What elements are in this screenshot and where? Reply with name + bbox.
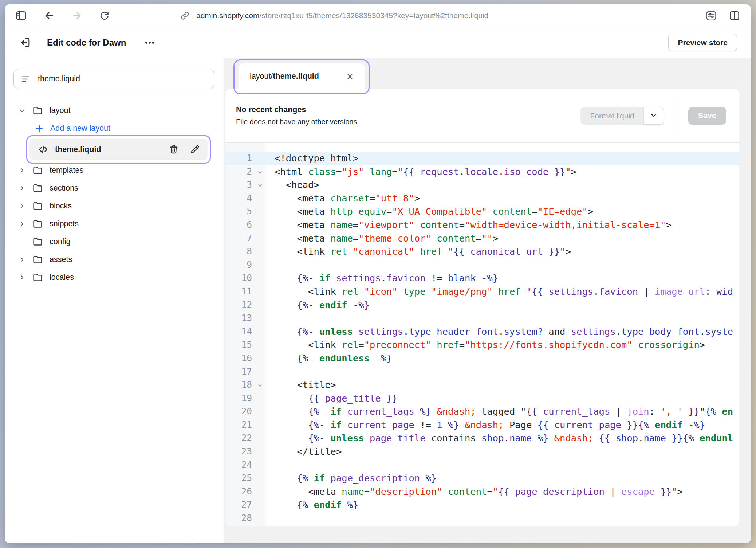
url-text: admin.shopify.com/store/rzq1xu-f5/themes… bbox=[196, 11, 488, 20]
code-line: 16 {%- endunless -%} bbox=[225, 352, 739, 365]
line-number: 26 bbox=[225, 485, 265, 498]
status-title: No recent changes bbox=[236, 105, 357, 114]
code-line-content[interactable]: <title> bbox=[265, 378, 739, 392]
code-line: 20 {%- if current_tags %} &ndash; tagged… bbox=[225, 405, 739, 418]
folder-icon bbox=[32, 272, 43, 283]
sidebar-item-templates[interactable]: templates bbox=[13, 161, 217, 179]
code-line-content[interactable]: <head> bbox=[265, 178, 739, 192]
code-line-content[interactable]: </title> bbox=[265, 445, 739, 458]
chevron-right-icon[interactable] bbox=[18, 184, 26, 192]
code-line-content[interactable]: {%- unless settings.type_header_font.sys… bbox=[265, 325, 739, 338]
sidebar-item-layout[interactable]: layout bbox=[13, 102, 217, 120]
chevron-down-icon[interactable] bbox=[18, 107, 26, 114]
reload-icon[interactable] bbox=[99, 10, 110, 21]
fold-chevron-icon[interactable] bbox=[257, 183, 263, 188]
line-number: 28 bbox=[225, 512, 265, 525]
chevron-right-icon[interactable] bbox=[18, 167, 26, 174]
code-line-content[interactable]: {%- if current_page != 1 %} &ndash; Page… bbox=[265, 418, 739, 432]
address-bar[interactable]: admin.shopify.com/store/rzq1xu-f5/themes… bbox=[180, 10, 698, 21]
format-liquid-button[interactable]: Format liquid bbox=[580, 107, 643, 125]
code-line-content[interactable] bbox=[265, 258, 739, 272]
more-actions-icon[interactable] bbox=[143, 36, 156, 49]
code-line-content[interactable]: <meta name="description" content="{{ pag… bbox=[265, 485, 739, 498]
line-number: 21 bbox=[225, 418, 265, 432]
code-line-content[interactable]: {%- if settings.favicon != blank -%} bbox=[265, 271, 739, 285]
preview-store-button[interactable]: Preview store bbox=[668, 34, 737, 51]
fold-chevron-icon[interactable] bbox=[257, 383, 263, 388]
code-line-content[interactable]: <meta name="theme-color" content=""> bbox=[265, 232, 739, 245]
chevron-right-icon[interactable] bbox=[18, 274, 26, 281]
code-line-content[interactable]: {%- unless page_title contains shop.name… bbox=[265, 431, 739, 445]
folder-icon bbox=[32, 200, 43, 212]
code-line-content[interactable]: <meta http-equiv="X-UA-Compatible" conte… bbox=[265, 205, 739, 218]
pencil-icon[interactable] bbox=[189, 144, 200, 155]
code-line-content[interactable] bbox=[265, 365, 739, 379]
line-number: 16 bbox=[225, 352, 265, 365]
sidebar-toggle-icon[interactable] bbox=[15, 9, 27, 22]
code-line: 8 <link rel="canonical" href="{{ canonic… bbox=[225, 245, 739, 258]
code-line-content[interactable]: <link rel="icon" type="image/png" href="… bbox=[265, 285, 739, 298]
file-search[interactable] bbox=[13, 68, 214, 89]
editor-card: No recent changes File does not have any… bbox=[225, 89, 739, 526]
folder-icon bbox=[32, 105, 43, 116]
folder-icon bbox=[32, 218, 43, 230]
sidebar-item-assets[interactable]: assets bbox=[13, 251, 217, 269]
code-line-content[interactable] bbox=[265, 458, 739, 472]
sidebar-item-snippets[interactable]: snippets bbox=[13, 215, 217, 233]
chevron-right-icon[interactable] bbox=[18, 220, 26, 228]
code-line-content[interactable]: <meta name="viewport" content="width=dev… bbox=[265, 218, 739, 232]
code-line-content[interactable] bbox=[265, 512, 739, 525]
code-line-content[interactable]: {% if page_description %} bbox=[265, 471, 739, 485]
code-line-content[interactable]: {% render 'meta-tags' %} bbox=[265, 525, 739, 526]
line-number: 29 bbox=[225, 525, 265, 526]
code-line-content[interactable]: {% endif %} bbox=[265, 498, 739, 512]
sidebar-item-blocks[interactable]: blocks bbox=[13, 197, 217, 215]
sidebar-item-theme-liquid[interactable]: theme.liquid bbox=[29, 139, 208, 160]
chevron-right-icon[interactable] bbox=[18, 202, 26, 210]
code-line: 25 {% if page_description %} bbox=[225, 471, 739, 485]
code-line: 15 <link rel="preconnect" href="https://… bbox=[225, 338, 739, 352]
forward-icon[interactable] bbox=[71, 10, 83, 21]
code-line-content[interactable]: {%- endunless -%} bbox=[265, 352, 739, 365]
tab-theme-liquid[interactable]: layout/theme.liquid bbox=[239, 63, 365, 90]
browser-toolbar: admin.shopify.com/store/rzq1xu-f5/themes… bbox=[5, 4, 751, 27]
code-line-content[interactable]: <!doctype html> bbox=[265, 152, 739, 165]
fold-chevron-icon[interactable] bbox=[257, 169, 263, 175]
sidebar-item-config[interactable]: config bbox=[13, 233, 217, 251]
sidebar-item-locales[interactable]: locales bbox=[13, 269, 217, 286]
folder-icon bbox=[32, 236, 43, 247]
code-line-content[interactable]: <link rel="preconnect" href="https://fon… bbox=[265, 338, 739, 352]
exit-editor-icon[interactable] bbox=[19, 36, 32, 49]
trash-icon[interactable] bbox=[168, 144, 179, 155]
code-line-content[interactable]: <html class="js" lang="{{ request.locale… bbox=[265, 165, 739, 179]
code-line-content[interactable]: {{ page_title }} bbox=[265, 392, 739, 405]
code-line-content[interactable] bbox=[265, 312, 739, 325]
line-number: 24 bbox=[225, 458, 265, 472]
split-view-icon[interactable] bbox=[728, 9, 741, 22]
extensions-settings-icon[interactable] bbox=[705, 9, 717, 22]
line-number: 8 bbox=[225, 245, 265, 258]
code-line: 19 {{ page_title }} bbox=[225, 392, 739, 405]
tree-item-label: templates bbox=[50, 166, 83, 175]
code-line-content[interactable]: {%- endif -%} bbox=[265, 298, 739, 312]
code-line-content[interactable]: <link rel="canonical" href="{{ canonical… bbox=[265, 245, 739, 258]
code-line: 14 {%- unless settings.type_header_font.… bbox=[225, 325, 739, 338]
code-line-content[interactable]: <meta charset="utf-8"> bbox=[265, 192, 739, 205]
save-button[interactable]: Save bbox=[688, 107, 726, 125]
format-options-button[interactable] bbox=[644, 107, 664, 125]
line-number: 9 bbox=[225, 258, 265, 272]
search-input[interactable] bbox=[38, 74, 206, 83]
action-add-a-new-layout[interactable]: Add a new layout bbox=[13, 120, 217, 137]
code-line-content[interactable]: {%- if current_tags %} &ndash; tagged "{… bbox=[265, 405, 739, 418]
save-area: Save bbox=[675, 89, 739, 142]
chevron-right-icon[interactable] bbox=[18, 256, 26, 263]
format-liquid-split-button: Format liquid bbox=[580, 107, 664, 125]
code-editor[interactable]: 1<!doctype html>2<html class="js" lang="… bbox=[225, 143, 739, 526]
back-icon[interactable] bbox=[43, 10, 55, 21]
chevron-down-icon bbox=[649, 111, 658, 121]
close-icon[interactable] bbox=[344, 70, 356, 83]
code-line: 23 </title> bbox=[225, 445, 739, 458]
tree-item-label: Add a new layout bbox=[50, 124, 110, 133]
code-line: 7 <meta name="theme-color" content=""> bbox=[225, 232, 739, 245]
sidebar-item-sections[interactable]: sections bbox=[13, 179, 217, 197]
